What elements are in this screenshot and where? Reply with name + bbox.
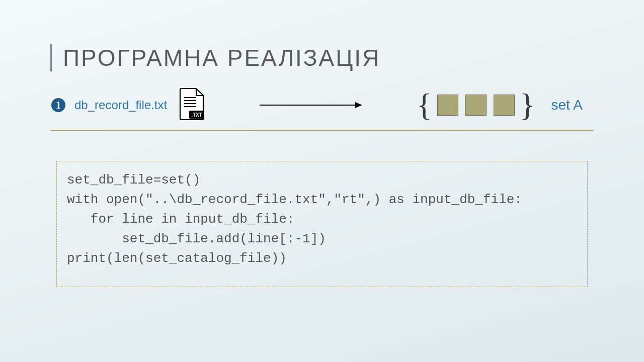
set-element-box bbox=[465, 95, 487, 116]
diagram-row: 1 db_record_file.txt .TXT { bbox=[50, 87, 594, 131]
code-block: set_db_file=set() with open("..\db_recor… bbox=[56, 161, 588, 287]
title-block: ПРОГРАМНА РЕАЛІЗАЦІЯ bbox=[50, 44, 594, 71]
arrow-icon bbox=[260, 102, 362, 108]
set-elements bbox=[437, 95, 515, 116]
filename-label: db_record_file.txt bbox=[74, 98, 167, 112]
file-ext-text: .TXT bbox=[191, 112, 202, 118]
step-number-badge: 1 bbox=[51, 98, 65, 112]
set-visual: { } bbox=[417, 95, 535, 116]
set-label: set A bbox=[551, 97, 583, 113]
txt-file-icon: .TXT bbox=[178, 87, 205, 123]
set-element-box bbox=[494, 95, 515, 116]
left-brace-icon: { bbox=[417, 96, 432, 115]
slide: ПРОГРАМНА РЕАЛІЗАЦІЯ 1 db_record_file.tx… bbox=[0, 0, 644, 362]
slide-title: ПРОГРАМНА РЕАЛІЗАЦІЯ bbox=[63, 44, 380, 71]
title-accent-bar bbox=[50, 44, 52, 71]
right-brace-icon: } bbox=[520, 96, 535, 115]
set-element-box bbox=[437, 95, 458, 116]
